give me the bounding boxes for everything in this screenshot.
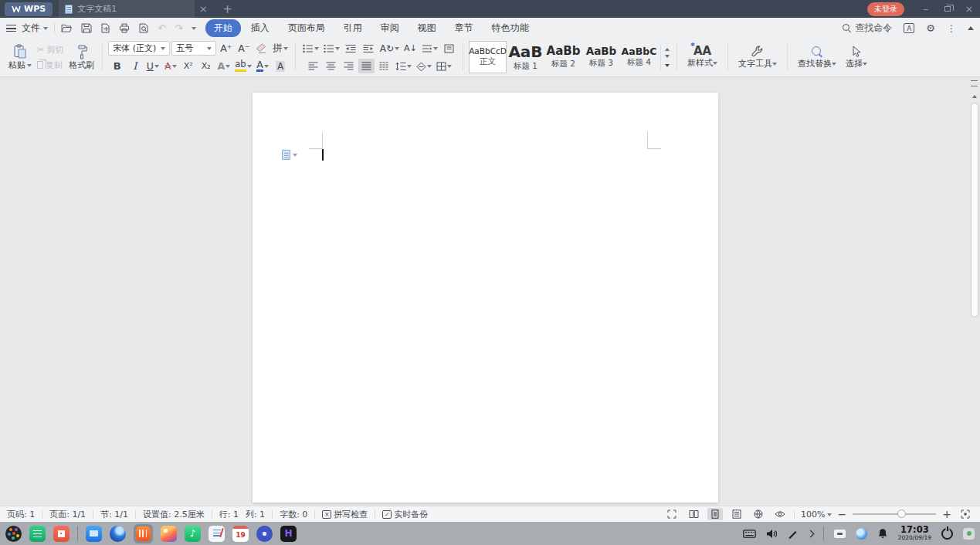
ruler-toggle-icon[interactable] xyxy=(971,80,978,86)
tab-view[interactable]: 视图 xyxy=(409,19,445,37)
italic-button[interactable]: I xyxy=(127,59,143,73)
pen-tablet-icon[interactable] xyxy=(788,529,798,539)
taskbar-active-app[interactable] xyxy=(134,524,153,543)
app-icon-h-app[interactable]: H xyxy=(280,526,297,542)
web-view-icon[interactable] xyxy=(751,508,766,520)
paste-button[interactable]: 粘贴 xyxy=(6,42,34,73)
find-command-search[interactable]: 查找命令 xyxy=(843,22,892,35)
font-size-combo[interactable]: 五号 xyxy=(171,41,216,56)
outline-view-icon[interactable] xyxy=(729,508,744,520)
taskbar-clock[interactable]: 17:03 2020/09/19 xyxy=(898,525,931,542)
borders-button[interactable] xyxy=(435,59,453,73)
scroll-up-arrow[interactable] xyxy=(972,93,977,98)
tab-references[interactable]: 引用 xyxy=(335,19,371,37)
style-heading-4[interactable]: AaBbC 标题 4 xyxy=(620,41,658,73)
style-heading-3[interactable]: AaBb 标题 3 xyxy=(582,41,620,73)
backup-toggle[interactable]: ✓实时备份 xyxy=(382,509,428,520)
restore-button[interactable] xyxy=(937,0,958,18)
bullet-list-button[interactable] xyxy=(301,41,320,56)
status-page-count[interactable]: 页面: 1/1 xyxy=(49,509,86,520)
new-style-button[interactable]: ✱AA 新样式 xyxy=(683,43,722,71)
select-button[interactable]: 选择 xyxy=(841,43,872,72)
launcher-icon[interactable] xyxy=(5,526,22,542)
tab-page-layout[interactable]: 页面布局 xyxy=(280,19,334,37)
align-center-button[interactable] xyxy=(323,59,339,73)
app-icon-gallery[interactable] xyxy=(161,526,177,542)
recycle-bin-icon[interactable] xyxy=(963,528,975,540)
read-mode-icon[interactable] xyxy=(686,508,701,520)
increase-indent-button[interactable] xyxy=(361,41,377,56)
status-margin-setting[interactable]: 设置值: 2.5厘米 xyxy=(143,509,205,520)
task-pane-icon[interactable]: A xyxy=(904,23,914,33)
decrease-font-button[interactable]: A⁻ xyxy=(236,41,252,56)
char-shading-button[interactable]: A xyxy=(273,59,289,73)
input-method-icon[interactable] xyxy=(834,530,846,538)
tab-home[interactable]: 开始 xyxy=(205,19,241,37)
pinyin-guide-button[interactable]: 拼 xyxy=(271,41,290,56)
open-button[interactable] xyxy=(61,23,73,33)
gear-icon[interactable]: ⚙ xyxy=(926,22,935,34)
document-tab[interactable]: 文字文稿1 xyxy=(59,0,195,18)
numbered-list-button[interactable] xyxy=(322,41,341,56)
notification-bell-icon[interactable] xyxy=(877,528,888,539)
find-replace-button[interactable]: 查找替换 xyxy=(793,43,841,72)
more-options-icon[interactable]: ⋮ xyxy=(947,23,956,34)
vertical-scrollbar[interactable] xyxy=(969,80,979,503)
justify-button[interactable] xyxy=(358,59,375,73)
weather-tray-icon[interactable] xyxy=(856,528,867,540)
app-icon-calendar[interactable]: 19 xyxy=(232,526,249,542)
text-tool-button[interactable]: 文字工具 xyxy=(734,42,782,72)
tab-insert[interactable]: 插入 xyxy=(242,19,278,37)
sort-button[interactable]: A↓ xyxy=(402,41,419,56)
align-left-button[interactable] xyxy=(305,59,321,73)
style-picker-widget[interactable] xyxy=(282,150,297,160)
status-page-number[interactable]: 页码: 1 xyxy=(7,509,35,520)
spellcheck-toggle[interactable]: ×拼写检查 xyxy=(322,509,368,520)
zoom-slider-thumb[interactable] xyxy=(897,509,906,518)
power-button-icon[interactable] xyxy=(941,528,953,540)
paragraph-layout-button[interactable] xyxy=(420,41,439,56)
shading-button[interactable] xyxy=(415,59,433,73)
superscript-button[interactable]: X² xyxy=(180,59,196,73)
decrease-indent-button[interactable] xyxy=(343,41,359,56)
bold-button[interactable]: B xyxy=(109,59,125,73)
subscript-button[interactable]: X₂ xyxy=(198,59,214,73)
fullscreen-view-icon[interactable] xyxy=(664,508,680,520)
text-direction-button[interactable]: A↻ xyxy=(378,41,401,56)
format-painter-button[interactable]: 格式刷 xyxy=(66,42,97,73)
file-menu[interactable]: 文件 xyxy=(22,22,48,35)
print-layout-icon[interactable] xyxy=(707,508,723,520)
distribute-button[interactable] xyxy=(376,59,392,73)
text-frame-button[interactable] xyxy=(441,41,457,56)
strikethrough-button[interactable]: A xyxy=(162,59,178,73)
tray-expand-chevron[interactable] xyxy=(808,531,813,537)
quickbar-customize-chevron[interactable] xyxy=(192,25,196,31)
text-effects-button[interactable]: A xyxy=(215,59,232,73)
global-menu-icon[interactable] xyxy=(6,25,16,32)
app-icon-music[interactable]: ♪ xyxy=(185,526,201,542)
tab-section[interactable]: 章节 xyxy=(446,19,482,37)
close-button[interactable]: × xyxy=(958,0,980,18)
export-pdf-button[interactable] xyxy=(100,23,110,33)
increase-font-button[interactable]: A⁺ xyxy=(218,41,234,56)
zoom-out-button[interactable]: − xyxy=(838,509,847,520)
eye-protection-icon[interactable] xyxy=(772,508,788,520)
keyboard-icon[interactable] xyxy=(743,530,756,538)
tab-review[interactable]: 审阅 xyxy=(372,19,408,37)
new-tab-button[interactable]: + xyxy=(222,2,232,16)
app-icon-file-manager[interactable] xyxy=(86,526,102,542)
highlight-button[interactable]: ab xyxy=(233,59,253,73)
wps-app-button[interactable]: WPS xyxy=(5,2,53,16)
app-icon-security-center[interactable] xyxy=(256,526,273,542)
app-icon-browser[interactable] xyxy=(110,526,126,542)
undo-button[interactable]: ↶ xyxy=(158,22,166,34)
clear-format-button[interactable] xyxy=(253,41,270,56)
tab-close-icon[interactable]: × xyxy=(195,0,212,18)
cut-button[interactable]: ✂剪切 xyxy=(37,44,63,56)
document-page[interactable] xyxy=(253,93,718,503)
collapse-ribbon-icon[interactable] xyxy=(968,23,974,30)
minimize-button[interactable]: – xyxy=(915,0,937,18)
scrollbar-thumb[interactable] xyxy=(971,103,978,317)
redo-button[interactable]: ↷ xyxy=(175,22,183,34)
status-word-count[interactable]: 字数: 0 xyxy=(280,509,307,520)
